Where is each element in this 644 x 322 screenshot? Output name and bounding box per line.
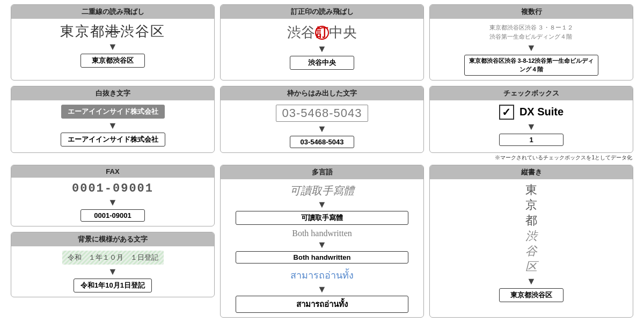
fax-card: FAX 0001-09001 ▼ 0001-09001 (11, 165, 215, 226)
overflow-handwritten: 03-5468-5043 (276, 105, 368, 122)
arrow-down: ▼ (108, 42, 118, 52)
arrow-down-10: ▼ (317, 240, 327, 250)
checkbox-label: DX Suite (519, 106, 564, 118)
fax-display: 0001-09001 (72, 182, 153, 195)
english-result: Both handwritten (236, 251, 408, 264)
arrow-down-2: ▼ (317, 44, 327, 54)
arrow-down-11: ▼ (317, 284, 327, 294)
double-line-card: 二重線の読み飛ばし 東京都港渋谷区 ▼ 東京都渋谷区 (11, 4, 215, 80)
vertical-result: 東京都渋谷区 (499, 288, 564, 302)
bg-pattern-card: 背景に模様がある文字 令和 １年１０月 １日登記 ▼ 令和1年10月1日登記 (11, 232, 215, 297)
bg-pattern-display: 令和 １年１０月 １日登記 (62, 251, 164, 265)
overflow-result: 03-5468-5043 (290, 136, 354, 148)
double-line-result: 東京都渋谷区 (80, 54, 145, 68)
multilang-section: 可讀取手寫體 ▼ 可讀取手寫體 Both handwritten ▼ Both … (226, 184, 418, 313)
arrow-down-4: ▼ (108, 121, 118, 130)
correction-handwritten: 渋谷訂中央 (287, 23, 357, 42)
english-handwritten: Both handwritten (292, 229, 352, 238)
chinese-handwritten: 可讀取手寫體 (290, 184, 354, 198)
correction-result: 渋谷中央 (290, 56, 354, 70)
arrow-down-9: ▼ (317, 200, 327, 209)
checkbox-note: ※マークされているチェックボックスを1としてデータ化 (426, 154, 633, 162)
vertical-card: 縦書き 東 京 都 渋 谷 区 ▼ 東京都渋谷区 (429, 165, 633, 318)
arrow-down-8: ▼ (108, 267, 118, 276)
thai-handwritten: สามารถอ่านทั้ง (290, 267, 354, 283)
checkbox-icon: ✓ (499, 105, 514, 120)
overflow-text-card: 枠からはみ出した文字 03-5468-5043 ▼ 03-5468-5043 (220, 86, 424, 153)
white-text-header: 白抜き文字 (11, 86, 214, 100)
arrow-down-12: ▼ (526, 276, 536, 286)
correction-stamp-header: 訂正印の読み飛ばし (221, 5, 423, 19)
checkbox-area: ✓ DX Suite (499, 105, 564, 120)
multiline-handwritten: 東京都渋谷区渋谷 ３・８ー１２ 渋谷第一生命ビルディング４階 (489, 23, 574, 41)
white-text-display: エーアイインサイド株式会社 (61, 105, 165, 119)
white-text-card: 白抜き文字 エーアイインサイド株式会社 ▼ エーアイインサイド株式会社 (11, 86, 215, 153)
chinese-result: 可讀取手寫體 (236, 211, 408, 225)
multiline-header: 複数行 (430, 5, 633, 19)
overflow-text-header: 枠からはみ出した文字 (221, 86, 423, 100)
vertical-header: 縦書き (430, 165, 633, 179)
multilang-header: 多言語 (221, 165, 423, 179)
arrow-down-3: ▼ (526, 43, 536, 53)
multilang-card: 多言語 可讀取手寫體 ▼ 可讀取手寫體 Both handwritten ▼ B… (220, 165, 424, 318)
checkbox-card: チェックボックス ✓ DX Suite ▼ 1 (429, 86, 633, 153)
bg-pattern-result: 令和1年10月1日登記 (74, 279, 152, 292)
arrow-down-7: ▼ (108, 197, 118, 207)
checkbox-result: 1 (499, 134, 564, 146)
arrow-down-5: ▼ (317, 124, 327, 134)
double-line-handwritten: 東京都港渋谷区 (60, 23, 165, 40)
multiline-card: 複数行 東京都渋谷区渋谷 ３・８ー１２ 渋谷第一生命ビルディング４階 ▼ 東京都… (429, 4, 633, 80)
fax-header: FAX (11, 165, 214, 178)
double-line-header: 二重線の読み飛ばし (11, 5, 214, 19)
thai-result: สามารถอ่านทั้ง (236, 296, 408, 313)
vertical-chars: 東 京 都 渋 谷 区 (525, 182, 537, 275)
correction-stamp-card: 訂正印の読み飛ばし 渋谷訂中央 ▼ 渋谷中央 (220, 4, 424, 80)
multiline-result: 東京都渋谷区渋谷 3-8-12渋谷第一生命ビルディ ング４階 (464, 55, 599, 76)
checkbox-header: チェックボックス (430, 86, 633, 100)
fax-result: 0001-09001 (80, 209, 145, 222)
bg-pattern-header: 背景に模様がある文字 (11, 232, 214, 246)
arrow-down-6: ▼ (526, 122, 536, 131)
white-text-result: エーアイインサイド株式会社 (61, 133, 165, 147)
